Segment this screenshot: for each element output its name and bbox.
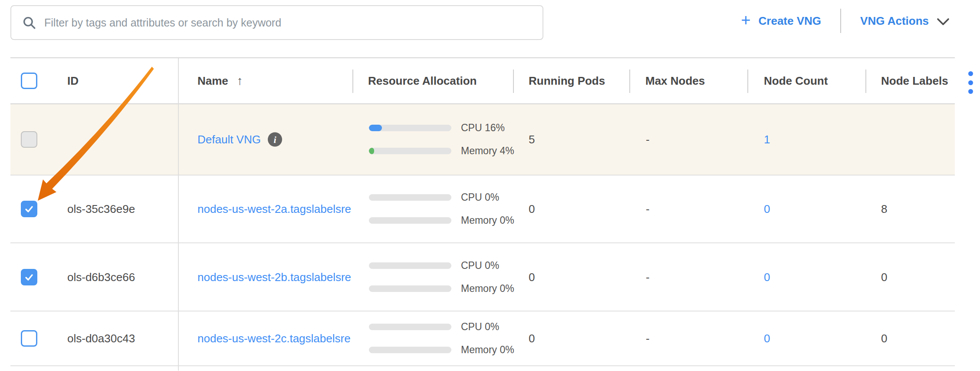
toolbar-actions: + Create VNG VNG Actions: [741, 3, 950, 38]
memory-bar: [369, 285, 451, 292]
max-nodes-value: -: [646, 133, 650, 146]
kebab-menu-icon[interactable]: [962, 71, 979, 94]
cpu-label: CPU 16%: [461, 122, 505, 134]
node-labels-value: 0: [881, 270, 887, 284]
cpu-bar: [369, 194, 451, 201]
running-pods-value: 0: [529, 270, 535, 284]
table-row-ols-35c36e9e: ols-35c36e9e nodes-us-west-2a.tagslabels…: [10, 176, 955, 243]
column-header-name[interactable]: Name↑: [197, 74, 243, 88]
cpu-bar: [369, 324, 451, 330]
memory-label: Memory 0%: [461, 344, 514, 356]
column-divider: [178, 58, 179, 371]
row-checkbox[interactable]: [21, 201, 37, 217]
toolbar-divider: [840, 9, 841, 33]
sort-ascending-icon: ↑: [237, 74, 243, 87]
column-header-node-labels[interactable]: Node Labels: [881, 74, 948, 88]
column-header-max-nodes[interactable]: Max Nodes: [645, 74, 705, 88]
memory-label: Memory 0%: [461, 215, 514, 226]
vng-name-link[interactable]: Default VNG i: [197, 132, 282, 147]
info-icon[interactable]: i: [268, 132, 282, 147]
max-nodes-value: -: [646, 202, 650, 216]
cpu-label: CPU 0%: [461, 321, 499, 333]
node-count-link[interactable]: 0: [764, 202, 770, 216]
vng-actions-label: VNG Actions: [860, 14, 929, 28]
vng-name-link[interactable]: nodes-us-west-2a.tagslabelsre: [197, 202, 351, 216]
table-row-ols-d0a30c43: ols-d0a30c43 nodes-us-west-2c.tagslabels…: [10, 311, 955, 366]
search-filter-box: [10, 5, 543, 40]
memory-label: Memory 0%: [461, 283, 514, 295]
row-checkbox[interactable]: [21, 330, 37, 347]
header-divider: [865, 70, 866, 93]
create-vng-button[interactable]: + Create VNG: [741, 13, 821, 28]
vng-list-page: + Create VNG VNG Actions ID Name↑ Resour…: [0, 0, 980, 371]
cpu-label: CPU 0%: [461, 192, 499, 203]
running-pods-value: 0: [529, 202, 535, 216]
vng-id: ols-d6b3ce66: [67, 270, 135, 284]
vng-table: ID Name↑ Resource Allocation Running Pod…: [10, 57, 955, 370]
node-labels-value: 8: [881, 202, 887, 216]
header-divider: [513, 70, 514, 93]
header-divider: [747, 70, 748, 93]
chevron-down-icon: [937, 18, 950, 26]
running-pods-value: 0: [529, 332, 535, 345]
header-divider: [629, 70, 630, 93]
running-pods-value: 5: [529, 133, 535, 146]
node-count-link[interactable]: 0: [764, 270, 770, 284]
vng-name-link[interactable]: nodes-us-west-2b.tagslabelsre: [197, 270, 351, 284]
memory-bar: [369, 347, 451, 353]
memory-label: Memory 4%: [461, 145, 514, 157]
node-labels-value: 0: [881, 332, 887, 345]
resource-allocation: CPU 0% Memory 0%: [369, 260, 514, 295]
memory-bar: [369, 148, 451, 154]
column-header-running-pods[interactable]: Running Pods: [529, 74, 605, 88]
memory-bar: [369, 217, 451, 224]
vng-id: ols-d0a30c43: [67, 332, 135, 345]
search-icon: [22, 15, 36, 30]
vng-actions-button[interactable]: VNG Actions: [860, 14, 950, 28]
search-input[interactable]: [44, 17, 543, 29]
row-checkbox-disabled: [21, 131, 37, 148]
resource-allocation: CPU 0% Memory 0%: [369, 321, 514, 356]
cpu-label: CPU 0%: [461, 260, 499, 272]
cpu-bar: [369, 262, 451, 269]
plus-icon: +: [741, 12, 750, 28]
node-count-link[interactable]: 1: [764, 133, 770, 146]
resource-allocation: CPU 16% Memory 4%: [369, 122, 514, 157]
header-divider: [352, 70, 353, 93]
checkmark-icon: [24, 272, 34, 282]
table-header-row: ID Name↑ Resource Allocation Running Pod…: [10, 58, 955, 104]
checkmark-icon: [24, 204, 34, 214]
max-nodes-value: -: [646, 332, 650, 345]
column-header-resource-allocation[interactable]: Resource Allocation: [368, 74, 477, 88]
cpu-bar: [369, 125, 451, 131]
node-count-link[interactable]: 0: [764, 332, 770, 345]
column-header-id[interactable]: ID: [67, 74, 79, 88]
table-row-ols-d6b3ce66: ols-d6b3ce66 nodes-us-west-2b.tagslabels…: [10, 243, 955, 311]
vng-name-link[interactable]: nodes-us-west-2c.tagslabelsre: [197, 332, 351, 345]
max-nodes-value: -: [646, 270, 650, 284]
resource-allocation: CPU 0% Memory 0%: [369, 192, 514, 226]
column-header-node-count[interactable]: Node Count: [764, 74, 828, 88]
table-row-default-vng: Default VNG i CPU 16% Memory 4% 5 - 1: [10, 104, 955, 176]
row-checkbox[interactable]: [21, 269, 37, 285]
vng-id: ols-35c36e9e: [67, 202, 135, 216]
select-all-checkbox[interactable]: [21, 73, 37, 89]
create-vng-label: Create VNG: [759, 14, 822, 28]
